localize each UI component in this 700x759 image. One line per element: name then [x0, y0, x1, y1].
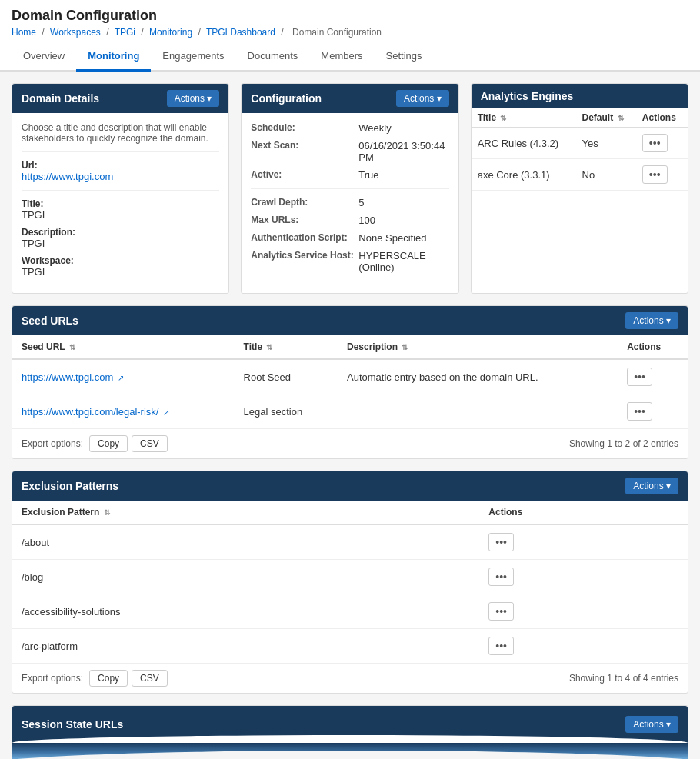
- ae-col-actions: Actions: [636, 108, 688, 128]
- title-sort-icon: ⇅: [500, 114, 506, 122]
- col-description: Description ⇅: [338, 335, 618, 359]
- title-value: TPGI: [22, 209, 45, 221]
- ae-title-1: axe Core (3.3.1): [472, 159, 576, 191]
- excl-copy-button[interactable]: Copy: [89, 670, 128, 687]
- ae-actions-1[interactable]: •••: [642, 165, 668, 184]
- seed-urls-export-left: Export options: Copy CSV: [22, 435, 168, 452]
- tab-members[interactable]: Members: [309, 42, 374, 72]
- seed-desc-cell-0: Automatic entry based on the domain URL.: [338, 359, 618, 394]
- seedtitle-sort-icon: ⇅: [266, 343, 272, 351]
- title-label: Title:: [22, 198, 219, 209]
- analytics-engines-card: Analytics Engines Title ⇅ Default ⇅ Acti…: [471, 83, 688, 294]
- col-title: Title ⇅: [235, 335, 338, 359]
- session-state-actions-button[interactable]: Actions ▾: [625, 716, 678, 733]
- configuration-header: Configuration Actions ▾: [242, 84, 458, 113]
- tab-engagements[interactable]: Engagements: [151, 42, 235, 72]
- ae-col-default: Default ⇅: [576, 108, 636, 128]
- config-field-6: Analytics Service Host: HYPERSCALE (Onli…: [251, 250, 448, 273]
- ae-default-1: No: [576, 159, 636, 191]
- seed-url-link-0[interactable]: https://www.tpgi.com ↗: [22, 371, 124, 383]
- excl-row-2: /accessibility-solutions •••: [12, 594, 688, 629]
- seed-urls-export-row: Export options: Copy CSV Showing 1 to 2 …: [12, 428, 688, 458]
- seed-urls-actions-button[interactable]: Actions ▾: [625, 312, 678, 329]
- seed-url-row-1: https://www.tpgi.com/legal-risk/ ↗ Legal…: [12, 394, 688, 429]
- seed-export-buttons: Copy CSV: [89, 435, 168, 452]
- breadcrumb-tpgi[interactable]: TPGi: [115, 27, 135, 38]
- breadcrumb-monitoring[interactable]: Monitoring: [149, 27, 192, 38]
- excl-row-0: /about •••: [12, 524, 688, 560]
- excl-export-left: Export options: Copy CSV: [22, 670, 168, 687]
- session-state-urls-panel: Session State URLs Actions ▾: [12, 705, 688, 759]
- description-row: Description: TPGI: [22, 227, 219, 249]
- configuration-body: Schedule: Weekly Next Scan: 06/16/2021 3…: [242, 113, 458, 288]
- excl-csv-button[interactable]: CSV: [132, 670, 168, 687]
- ae-col-title: Title ⇅: [472, 108, 576, 128]
- exclusion-patterns-table: Exclusion Pattern ⇅ Actions /about ••• /…: [12, 501, 688, 663]
- tab-documents[interactable]: Documents: [236, 42, 310, 72]
- ae-actions-0[interactable]: •••: [642, 134, 668, 152]
- seed-url-row-0: https://www.tpgi.com ↗ Root Seed Automat…: [12, 359, 688, 394]
- domain-details-header: Domain Details Actions ▾: [12, 84, 228, 113]
- config-field-3: Crawl Depth: 5: [251, 197, 448, 208]
- domain-details-actions-button[interactable]: Actions ▾: [167, 90, 220, 107]
- excl-row-3: /arc-platform •••: [12, 629, 688, 664]
- tab-monitoring[interactable]: Monitoring: [76, 42, 151, 72]
- excl-actions-btn-1[interactable]: •••: [488, 568, 514, 586]
- exclusion-patterns-actions-button[interactable]: Actions ▾: [625, 478, 678, 494]
- exclusion-patterns-header: Exclusion Patterns Actions ▾: [12, 471, 688, 501]
- config-label-5: Authentication Script:: [251, 232, 358, 244]
- seedurl-sort-icon: ⇅: [69, 343, 75, 351]
- domain-details-title: Domain Details: [22, 92, 99, 105]
- configuration-title: Configuration: [251, 92, 322, 105]
- config-value-1: 06/16/2021 3:50:44 PM: [358, 140, 448, 163]
- breadcrumb-dashboard[interactable]: TPGI Dashboard: [206, 27, 275, 38]
- seed-urls-table: Seed URL ⇅ Title ⇅ Description ⇅ Actions…: [12, 335, 688, 428]
- ext-link-icon-1: ↗: [163, 408, 169, 417]
- workspace-row: Workspace: TPGI: [22, 255, 219, 278]
- analytics-engines-title: Analytics Engines: [481, 90, 574, 102]
- seed-desc-cell-1: [338, 394, 618, 429]
- seed-urls-title: Seed URLs: [22, 315, 78, 327]
- configuration-actions-button[interactable]: Actions ▾: [396, 90, 449, 107]
- description-value: TPGI: [22, 238, 45, 249]
- seed-urls-panel: Seed URLs Actions ▾ Seed URL ⇅ Title ⇅ D…: [12, 305, 688, 459]
- ae-default-0: Yes: [576, 128, 636, 159]
- excl-actions-btn-3[interactable]: •••: [488, 637, 514, 655]
- domain-details-card: Domain Details Actions ▾ Choose a title …: [12, 83, 229, 294]
- tab-overview[interactable]: Overview: [12, 42, 76, 72]
- seed-actions-btn-1[interactable]: •••: [627, 402, 652, 421]
- col-excl-pattern: Exclusion Pattern ⇅: [12, 501, 479, 524]
- excl-actions-btn-0[interactable]: •••: [488, 533, 514, 551]
- config-label-4: Max URLs:: [251, 215, 358, 226]
- config-value-0: Weekly: [358, 122, 391, 134]
- session-state-urls-header: Session State URLs Actions ▾: [12, 706, 688, 743]
- tab-settings[interactable]: Settings: [375, 42, 434, 72]
- seed-csv-button[interactable]: CSV: [132, 435, 168, 452]
- config-field-2: Active: True: [251, 169, 448, 181]
- excl-actions-btn-2[interactable]: •••: [488, 602, 514, 621]
- config-label-6: Analytics Service Host:: [251, 250, 358, 273]
- seed-title-cell-1: Legal section: [235, 394, 338, 429]
- col-actions: Actions: [618, 335, 688, 359]
- excl-pattern-cell-3: /arc-platform: [12, 629, 479, 664]
- seed-url-link-1[interactable]: https://www.tpgi.com/legal-risk/ ↗: [22, 406, 169, 418]
- main-content: Domain Details Actions ▾ Choose a title …: [0, 72, 700, 759]
- configuration-card: Configuration Actions ▾ Schedule: Weekly…: [241, 83, 458, 294]
- breadcrumb-workspaces[interactable]: Workspaces: [50, 27, 101, 38]
- url-label: Url:: [22, 160, 219, 171]
- excl-pattern-cell-0: /about: [12, 524, 479, 560]
- seed-copy-button[interactable]: Copy: [89, 435, 128, 452]
- ext-link-icon-0: ↗: [118, 374, 124, 382]
- seed-url-cell-0: https://www.tpgi.com ↗: [12, 359, 235, 394]
- nav-tabs: Overview Monitoring Engagements Document…: [0, 42, 700, 72]
- workspace-label: Workspace:: [22, 255, 219, 266]
- seed-actions-btn-0[interactable]: •••: [627, 368, 652, 386]
- analytics-engines-body: Title ⇅ Default ⇅ Actions ARC Rules (4.3…: [472, 108, 688, 191]
- breadcrumb-home[interactable]: Home: [12, 27, 36, 38]
- workspace-value: TPGI: [22, 266, 45, 278]
- config-value-5: None Specified: [358, 232, 426, 244]
- default-sort-icon: ⇅: [618, 114, 624, 122]
- seed-showing-text: Showing 1 to 2 of 2 entries: [569, 438, 678, 449]
- cards-row: Domain Details Actions ▾ Choose a title …: [12, 83, 688, 294]
- config-label-0: Schedule:: [251, 122, 358, 134]
